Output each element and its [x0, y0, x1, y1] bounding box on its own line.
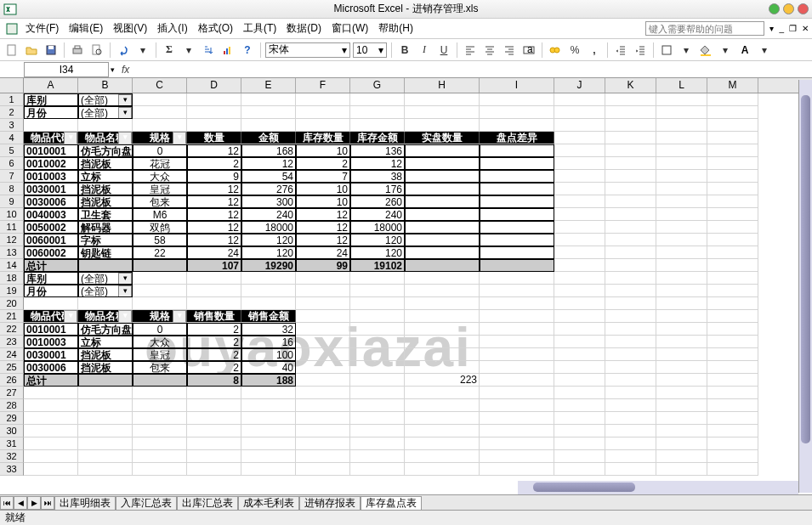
cell[interactable] [605, 374, 656, 387]
cell[interactable]: 挡泥板 [78, 348, 133, 361]
cell[interactable] [605, 272, 656, 285]
cell[interactable] [296, 297, 350, 310]
cell[interactable]: 24 [296, 246, 350, 259]
cell[interactable] [656, 399, 707, 412]
cell[interactable] [707, 425, 758, 438]
cell[interactable] [405, 336, 480, 348]
help-icon[interactable]: ? [239, 42, 256, 59]
cell[interactable]: 实盘数量 [405, 132, 480, 144]
cell[interactable] [707, 438, 758, 450]
cell[interactable]: 立标 [78, 170, 133, 183]
cell[interactable] [241, 463, 296, 476]
cell[interactable] [187, 119, 241, 132]
cell[interactable]: 120 [350, 234, 405, 246]
cell[interactable] [405, 450, 480, 463]
cell[interactable] [656, 387, 707, 399]
cell[interactable] [405, 297, 480, 310]
cell[interactable] [605, 157, 656, 170]
row-header[interactable]: 32 [0, 450, 24, 463]
cell[interactable] [350, 348, 405, 361]
cell[interactable] [241, 399, 296, 412]
cell[interactable] [350, 336, 405, 348]
column-header[interactable]: C [133, 78, 187, 93]
cell[interactable] [480, 399, 554, 412]
menu-window[interactable]: 窗口(W) [327, 20, 373, 37]
cell[interactable] [480, 170, 554, 183]
cell[interactable]: 12 [187, 144, 241, 157]
cell[interactable] [187, 297, 241, 310]
cell[interactable] [554, 106, 605, 119]
cell[interactable]: 库存数量 [296, 132, 350, 144]
cell[interactable]: M6 [133, 208, 187, 221]
cell[interactable] [605, 234, 656, 246]
cell[interactable] [554, 246, 605, 259]
cell[interactable] [480, 450, 554, 463]
cell[interactable]: 0040003 [24, 208, 78, 221]
formula-input[interactable] [136, 62, 812, 77]
cell[interactable] [405, 106, 480, 119]
cell[interactable] [405, 183, 480, 195]
cell[interactable] [554, 272, 605, 285]
cell[interactable] [707, 234, 758, 246]
cell[interactable] [480, 119, 554, 132]
cell[interactable] [187, 450, 241, 463]
row-header[interactable]: 31 [0, 438, 24, 450]
cell[interactable] [350, 425, 405, 438]
cell[interactable] [605, 323, 656, 336]
indent-inc-icon[interactable] [632, 42, 649, 59]
cell[interactable] [707, 259, 758, 272]
cell[interactable] [350, 374, 405, 387]
row-header[interactable]: 24 [0, 348, 24, 361]
cell[interactable] [24, 438, 78, 450]
cell[interactable] [350, 438, 405, 450]
cell[interactable]: 223 [405, 374, 480, 387]
menu-edit[interactable]: 编辑(E) [64, 20, 108, 37]
cell[interactable] [554, 387, 605, 399]
cell[interactable] [405, 144, 480, 157]
cell[interactable]: 12 [187, 195, 241, 208]
cell[interactable] [656, 195, 707, 208]
cell[interactable]: 188 [241, 374, 296, 387]
cell[interactable] [405, 259, 480, 272]
cell[interactable] [707, 412, 758, 425]
cell[interactable]: 8 [187, 374, 241, 387]
row-header[interactable]: 6 [0, 157, 24, 170]
cell[interactable] [350, 361, 405, 374]
cell[interactable] [656, 246, 707, 259]
sheet-tab[interactable]: 进销存报表 [299, 496, 361, 510]
sheet-tab[interactable]: 成本毛利表 [238, 496, 299, 510]
cell[interactable] [133, 412, 187, 425]
tab-nav-next-icon[interactable]: ▶ [27, 496, 41, 510]
row-header[interactable]: 33 [0, 463, 24, 476]
cell[interactable] [241, 297, 296, 310]
new-icon[interactable] [3, 42, 20, 59]
cell[interactable] [296, 106, 350, 119]
cell[interactable] [241, 425, 296, 438]
cell[interactable] [480, 348, 554, 361]
cell[interactable]: 0010003 [24, 336, 78, 348]
cell[interactable]: 16 [241, 336, 296, 348]
cell[interactable]: 10 [296, 183, 350, 195]
dropdown-icon[interactable]: ▾ [717, 42, 734, 59]
cell[interactable]: 总计 [24, 259, 78, 272]
row-header[interactable]: 23 [0, 336, 24, 348]
cell[interactable] [480, 157, 554, 170]
cell[interactable] [296, 399, 350, 412]
cell[interactable] [480, 106, 554, 119]
cell[interactable]: 2 [187, 157, 241, 170]
cell[interactable] [656, 93, 707, 106]
cell[interactable] [24, 297, 78, 310]
spreadsheet-grid[interactable]: ouyaoxiazai ABCDEFGHIJKLM 1库别(全部)2月份(全部)… [0, 78, 812, 503]
cell[interactable] [554, 348, 605, 361]
cell[interactable] [133, 374, 187, 387]
cell[interactable] [350, 119, 405, 132]
cell[interactable]: 12 [296, 221, 350, 234]
underline-icon[interactable]: U [435, 42, 452, 59]
cell[interactable] [187, 425, 241, 438]
row-header[interactable]: 3 [0, 119, 24, 132]
cell[interactable] [296, 425, 350, 438]
cell[interactable] [350, 399, 405, 412]
column-header[interactable]: D [187, 78, 241, 93]
cell[interactable] [554, 183, 605, 195]
row-header[interactable]: 7 [0, 170, 24, 183]
